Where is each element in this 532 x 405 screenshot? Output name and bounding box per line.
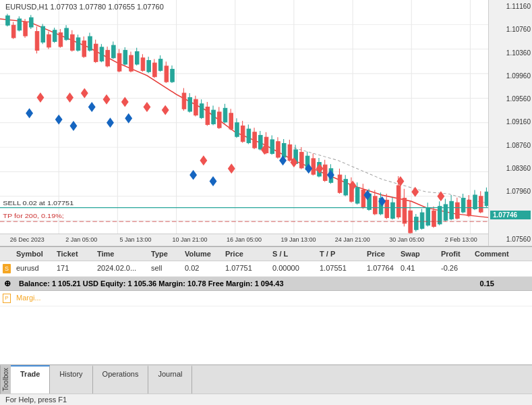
- col-volume: Volume: [182, 248, 223, 259]
- chart-area: EURUSD,H1 1.07703 1.07780 1.07655 1.0776…: [0, 0, 532, 246]
- row-icon: S: [0, 263, 13, 275]
- row-comment: [472, 263, 532, 275]
- trade-table-body: S eurusd 171 2024.02.0... sell 0.02 1.07…: [0, 261, 532, 364]
- toolbox-label[interactable]: Toolbox: [0, 365, 11, 394]
- row-price2: 1.07764: [364, 263, 398, 275]
- price-level-6: 1.09160: [490, 118, 531, 126]
- trade-panel: Symbol Ticket Time Type Volume Price S /…: [0, 246, 532, 364]
- time-label-9: 2 Feb 13:00: [434, 236, 488, 243]
- status-text: For Help, press F1: [5, 396, 67, 404]
- table-header: Symbol Ticket Time Type Volume Price S /…: [0, 247, 532, 261]
- time-label-6: 19 Jan 13:00: [271, 236, 325, 243]
- svg-rect-136: [361, 190, 365, 208]
- time-label-1: 26 Dec 2023: [0, 236, 54, 243]
- time-label-2: 2 Jan 05:00: [54, 236, 108, 243]
- price-level-5: 1.09560: [490, 95, 531, 103]
- col-tp: T / P: [317, 248, 364, 259]
- price-chart: SELL 0.02 at 1.07751 TP for 200, 0.19%;: [0, 0, 532, 246]
- row-time: 2024.02.0...: [94, 263, 148, 275]
- price-level-9: 1.07960: [490, 188, 531, 195]
- sell-icon: S: [3, 264, 11, 273]
- row-type: sell: [148, 263, 182, 275]
- time-label-5: 16 Jan 05:00: [217, 236, 271, 243]
- svg-rect-124: [324, 165, 327, 180]
- price-level-3: 1.10360: [490, 49, 531, 57]
- price-level-8: 1.08360: [490, 165, 531, 172]
- balance-profit: 0.15: [480, 279, 494, 288]
- row-price: 1.07751: [223, 263, 270, 275]
- table-row[interactable]: S eurusd 171 2024.02.0... sell 0.02 1.07…: [0, 261, 532, 277]
- balance-icon: ⊕: [4, 279, 11, 288]
- margin-label: Margi...: [13, 292, 54, 304]
- time-label-7: 24 Jan 21:00: [326, 236, 380, 243]
- col-type: Type: [148, 248, 182, 259]
- price-level-4: 1.09960: [490, 72, 531, 80]
- time-axis: 26 Dec 2023 2 Jan 05:00 5 Jan 13:00 10 J…: [0, 234, 488, 246]
- page-icon: P: [3, 294, 11, 303]
- tab-trade[interactable]: Trade: [11, 365, 50, 394]
- price-level-2: 1.10760: [490, 26, 531, 33]
- row-symbol: eurusd: [13, 263, 54, 275]
- col-comment: Comment: [472, 248, 532, 259]
- row-profit: -0.26: [438, 263, 472, 275]
- price-level-10: 1.07560: [490, 236, 531, 243]
- balance-row: ⊕ Balance: 1 105.21 USD Equity: 1 105.36…: [0, 277, 532, 291]
- time-label-8: 30 Jan 05:00: [380, 236, 434, 243]
- tab-journal[interactable]: Journal: [148, 365, 192, 394]
- row-tp: 1.07551: [317, 263, 364, 275]
- price-level-1: 1.11160: [490, 3, 531, 10]
- margin-row: P Margi...: [0, 291, 532, 306]
- col-symbol: Symbol: [13, 248, 54, 259]
- margin-icon: P: [0, 292, 13, 304]
- col-price: Price: [223, 248, 270, 259]
- svg-rect-170: [461, 198, 465, 213]
- col-price2: Price: [364, 248, 398, 259]
- row-volume: 0.02: [182, 263, 223, 275]
- tab-operations[interactable]: Operations: [93, 365, 149, 394]
- current-price-highlight: 1.07746: [490, 211, 531, 219]
- tab-history[interactable]: History: [50, 365, 92, 394]
- time-label-3: 5 Jan 13:00: [109, 236, 162, 243]
- svg-text:SELL 0.02 at 1.07751: SELL 0.02 at 1.07751: [3, 200, 73, 207]
- row-sl: 0.00000: [270, 263, 317, 275]
- col-ticket: Ticket: [54, 248, 94, 259]
- time-label-4: 10 Jan 21:00: [162, 236, 216, 243]
- status-bar: For Help, press F1: [0, 394, 532, 405]
- col-time: Time: [94, 248, 148, 259]
- col-profit: Profit: [438, 248, 472, 259]
- col-icon: [0, 248, 13, 259]
- chart-title: EURUSD,H1 1.07703 1.07780 1.07655 1.0776…: [5, 3, 164, 11]
- balance-text: Balance: 1 105.21 USD Equity: 1 105.36 M…: [19, 279, 284, 288]
- price-axis: 1.11160 1.10760 1.10360 1.09960 1.09560 …: [488, 0, 532, 246]
- row-swap: 0.41: [398, 263, 438, 275]
- tabs-bar: Toolbox Trade History Operations Journal: [0, 364, 532, 394]
- price-level-7: 1.08760: [490, 142, 531, 149]
- svg-text:TP for 200, 0.19%;: TP for 200, 0.19%;: [3, 212, 64, 219]
- col-swap: Swap: [398, 248, 438, 259]
- col-sl: S / L: [270, 248, 317, 259]
- row-ticket: 171: [54, 263, 94, 275]
